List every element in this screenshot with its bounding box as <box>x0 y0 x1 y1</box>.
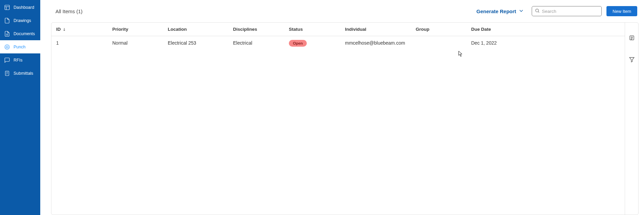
search-box[interactable] <box>532 6 602 16</box>
search-icon <box>535 8 542 15</box>
sidebar-item-drawings[interactable]: Drawings <box>0 14 40 27</box>
table-row[interactable]: 1 Normal Electrical 253 Electrical Open … <box>51 36 625 50</box>
cell-disciplines: Electrical <box>233 40 289 46</box>
new-item-button[interactable]: New Item <box>606 6 637 16</box>
table-container: ID Priority Location Disciplines Status … <box>51 22 639 215</box>
rfis-icon <box>3 57 11 63</box>
column-header-priority[interactable]: Priority <box>112 27 168 32</box>
sort-down-icon <box>62 27 66 31</box>
page-title: All Items (1) <box>55 8 83 14</box>
cell-individual: mmcelhose@bluebeam.com <box>345 40 416 46</box>
sidebar-item-label: Punch <box>14 45 25 49</box>
svg-point-3 <box>5 45 9 49</box>
column-header-location[interactable]: Location <box>168 27 233 32</box>
svg-marker-13 <box>629 57 634 62</box>
submittals-icon <box>3 70 11 76</box>
sidebar-item-label: RFIs <box>14 58 22 63</box>
status-badge: Open <box>289 40 307 47</box>
drawings-icon <box>3 18 11 24</box>
sidebar-item-documents[interactable]: Documents <box>0 27 40 40</box>
sidebar-item-label: Drawings <box>14 18 31 23</box>
search-input[interactable] <box>542 9 599 14</box>
svg-rect-0 <box>5 5 9 10</box>
dashboard-icon <box>3 4 11 10</box>
cell-duedate: Dec 1, 2022 <box>471 40 512 46</box>
column-header-group[interactable]: Group <box>416 27 471 32</box>
sidebar-item-label: Dashboard <box>14 5 34 10</box>
cell-location: Electrical 253 <box>168 40 233 46</box>
column-header-disciplines[interactable]: Disciplines <box>233 27 289 32</box>
sidebar-item-submittals[interactable]: Submittals <box>0 67 40 80</box>
filter-icon[interactable] <box>629 56 635 64</box>
svg-point-6 <box>536 9 539 12</box>
column-header-id[interactable]: ID <box>56 27 112 32</box>
column-header-individual[interactable]: Individual <box>345 27 416 32</box>
column-header-duedate[interactable]: Due Date <box>471 27 512 32</box>
cell-priority: Normal <box>112 40 168 46</box>
topbar: All Items (1) Generate Report New Item <box>40 0 644 22</box>
right-icon-rail <box>625 23 638 215</box>
column-header-status[interactable]: Status <box>289 27 345 32</box>
chevron-down-icon <box>516 8 524 15</box>
documents-icon <box>3 31 11 37</box>
sidebar-item-punch[interactable]: Punch <box>0 40 40 53</box>
svg-rect-5 <box>5 71 9 76</box>
svg-line-7 <box>538 11 539 13</box>
cell-id: 1 <box>56 40 112 46</box>
table-header-row: ID Priority Location Disciplines Status … <box>51 23 625 36</box>
cell-status: Open <box>289 40 345 46</box>
sidebar: Dashboard Drawings Documents Punch RFIs … <box>0 0 40 215</box>
sidebar-item-label: Submittals <box>14 71 33 76</box>
sidebar-item-dashboard[interactable]: Dashboard <box>0 1 40 14</box>
main-content: All Items (1) Generate Report New Item I… <box>40 0 644 215</box>
sidebar-item-label: Documents <box>14 31 35 36</box>
punch-icon <box>3 44 11 50</box>
svg-point-4 <box>6 46 8 48</box>
generate-report-dropdown[interactable]: Generate Report <box>477 8 525 15</box>
sidebar-item-rfis[interactable]: RFIs <box>0 53 40 67</box>
generate-report-label: Generate Report <box>477 8 516 14</box>
list-icon[interactable] <box>629 35 635 42</box>
